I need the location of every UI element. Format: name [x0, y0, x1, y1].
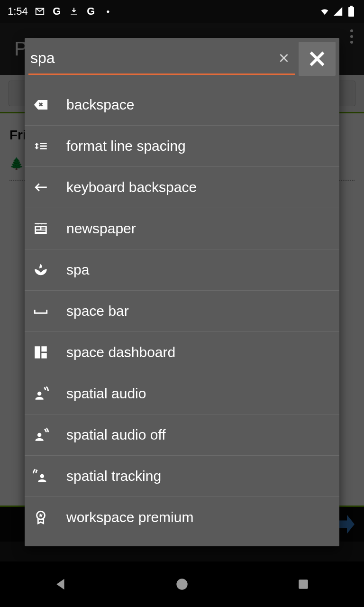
square-recent-icon: [297, 578, 309, 590]
workspace-premium-icon: [32, 509, 49, 526]
result-item[interactable]: newspaper: [25, 208, 339, 249]
google-icon: G: [52, 6, 62, 17]
result-label: spatial tracking: [66, 468, 161, 484]
result-item[interactable]: format line spacing: [25, 126, 339, 167]
result-label: spatial audio: [66, 386, 146, 402]
battery-icon: [346, 6, 356, 17]
newspaper-icon: [32, 220, 49, 237]
result-label: space bar: [66, 303, 129, 319]
spatial-tracking-icon: [32, 468, 49, 485]
circle-home-icon: [175, 578, 189, 591]
spatial-audio-icon: [32, 385, 49, 402]
mail-icon: [35, 6, 45, 17]
navigation-bar: [0, 561, 364, 607]
result-label: spatial audio off: [66, 427, 166, 443]
result-item[interactable]: keyboard backspace: [25, 167, 339, 208]
result-label: backspace: [66, 97, 134, 113]
svg-rect-6: [299, 579, 308, 589]
cell-icon: [333, 6, 343, 17]
result-item[interactable]: space dashboard: [25, 332, 339, 373]
result-label: spa: [66, 262, 89, 278]
close-dialog-button[interactable]: [299, 42, 336, 76]
svg-rect-1: [71, 14, 77, 15]
svg-point-5: [176, 579, 187, 589]
result-item[interactable]: spatial audio: [25, 373, 339, 414]
result-item[interactable]: spatial tracking: [25, 456, 339, 497]
backspace-icon: [32, 96, 49, 113]
svg-rect-2: [348, 7, 354, 17]
nav-back-button[interactable]: [49, 573, 72, 596]
icon-search-dialog: backspaceformat line spacingkeyboard bac…: [25, 38, 339, 546]
search-input[interactable]: [28, 43, 295, 75]
clear-search-button[interactable]: [276, 50, 292, 66]
spatial-audio-off-icon: [32, 426, 49, 443]
status-left: 1:54 G G ●: [8, 5, 113, 18]
google-icon: G: [86, 6, 96, 17]
wifi-icon: [319, 6, 330, 17]
result-label: space dashboard: [66, 344, 175, 360]
nav-recent-button[interactable]: [292, 573, 315, 596]
dialog-header: [25, 38, 339, 76]
result-label: format line spacing: [66, 138, 186, 154]
result-item[interactable]: spatial audio off: [25, 414, 339, 456]
spa-icon: [32, 261, 49, 278]
result-list[interactable]: backspaceformat line spacingkeyboard bac…: [25, 84, 339, 546]
result-label: keyboard backspace: [66, 179, 197, 195]
nav-home-button[interactable]: [171, 573, 193, 596]
result-item[interactable]: spa: [25, 249, 339, 291]
status-time: 1:54: [8, 5, 28, 18]
result-item[interactable]: space bar: [25, 291, 339, 332]
format-line-spacing-icon: [32, 138, 49, 155]
dot-icon: ●: [103, 6, 113, 17]
result-label: workspace premium: [66, 509, 193, 525]
svg-rect-3: [350, 6, 353, 7]
space-dashboard-icon: [32, 344, 49, 361]
result-item[interactable]: backspace: [25, 84, 339, 126]
space-bar-icon: [32, 303, 49, 320]
status-bar: 1:54 G G ●: [0, 0, 364, 23]
overflow-menu-icon: [346, 29, 357, 44]
close-icon: [278, 52, 290, 64]
result-label: newspaper: [66, 221, 136, 237]
download-icon: [69, 6, 79, 17]
close-icon: [308, 49, 327, 68]
keyboard-backspace-icon: [32, 179, 49, 196]
result-item[interactable]: workspace premium: [25, 497, 339, 538]
search-wrap: [28, 43, 295, 75]
status-right: [319, 6, 356, 17]
triangle-back-icon: [54, 577, 68, 591]
